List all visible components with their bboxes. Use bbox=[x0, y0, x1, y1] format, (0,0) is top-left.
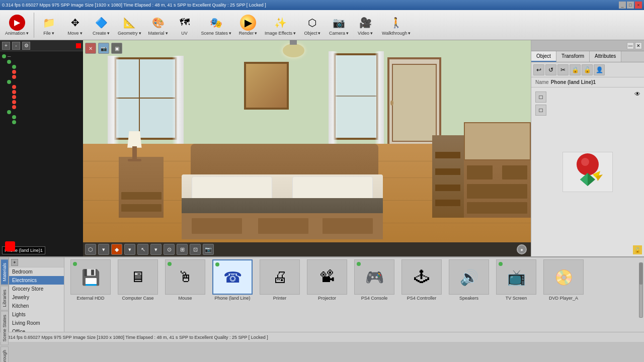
tree-item[interactable] bbox=[12, 105, 81, 110]
asset-ps4-controller[interactable]: PS4 Controller bbox=[399, 259, 444, 301]
right-panel-close-btn[interactable]: ✕ bbox=[635, 42, 642, 49]
toolbar-create[interactable]: 🔷 Create ▾ bbox=[89, 14, 114, 37]
tab-walkthrough[interactable]: Walkthrough bbox=[1, 346, 9, 362]
tree-item[interactable] bbox=[12, 69, 81, 74]
rp-lock-btn[interactable]: 🔒 bbox=[570, 64, 581, 75]
toolbar-object[interactable]: ⬡ Object ▾ bbox=[300, 14, 325, 37]
vp-shape-dropdown[interactable]: ▾ bbox=[98, 244, 109, 255]
scene-states-label: Scene States ▾ bbox=[201, 31, 232, 36]
prev-icon-2[interactable]: □ bbox=[535, 105, 546, 116]
tree-node-dot bbox=[12, 75, 16, 79]
tree-item[interactable] bbox=[7, 79, 81, 84]
tree-item[interactable] bbox=[12, 84, 81, 89]
maximize-btn[interactable]: □ bbox=[627, 2, 634, 9]
geometry-label: Geometry ▾ bbox=[118, 31, 141, 36]
asset-label-ps4-console: PS4 Console bbox=[361, 296, 388, 301]
prev-icon-1[interactable]: □ bbox=[535, 92, 546, 103]
asset-mouse[interactable]: Mouse bbox=[163, 259, 207, 301]
vp-snap-btn[interactable]: ⊞ bbox=[177, 244, 188, 255]
category-jewelry[interactable]: Jewelry bbox=[9, 293, 64, 302]
tree-item[interactable] bbox=[7, 110, 81, 115]
tree-settings-btn[interactable]: ⚙ bbox=[22, 42, 30, 50]
toolbar-animation[interactable]: ▶ Animation ▾ bbox=[2, 14, 32, 37]
assets-scrollbar[interactable] bbox=[639, 262, 643, 318]
category-add-btn[interactable]: + bbox=[11, 259, 18, 266]
toolbar-walkthrough[interactable]: 🚶 Walkthrough ▾ bbox=[379, 14, 414, 37]
vp-color-dropdown[interactable]: ▾ bbox=[124, 244, 135, 255]
assets-scroll-area[interactable]: External HDD Computer Case Mouse bbox=[64, 257, 644, 332]
tree-item[interactable] bbox=[12, 89, 81, 95]
tab-transform[interactable]: Transform bbox=[556, 51, 590, 62]
viewport-mode-btn[interactable]: ▣ bbox=[111, 43, 122, 54]
image-effects-icon: ✨ bbox=[272, 15, 288, 31]
tab-attributes[interactable]: Attributes bbox=[590, 51, 621, 62]
close-btn[interactable]: × bbox=[635, 2, 642, 9]
asset-dvd-player[interactable]: DVD Player_A bbox=[541, 259, 586, 301]
category-living-room[interactable]: Living Room bbox=[9, 319, 64, 327]
name-value: Phone (land Line)1 bbox=[551, 79, 596, 85]
asset-computer-case[interactable]: Computer Case bbox=[116, 259, 160, 301]
toolbar-uv[interactable]: 🗺 UV bbox=[172, 14, 197, 37]
tree-node-dot bbox=[12, 90, 16, 94]
tree-item[interactable] bbox=[7, 59, 81, 64]
toolbar-camera[interactable]: 📷 Camera ▾ bbox=[326, 14, 352, 37]
tab-libraries[interactable]: Libraries bbox=[1, 286, 9, 311]
tree-item[interactable] bbox=[12, 120, 81, 125]
toolbar-render[interactable]: ▶ Render ▾ bbox=[235, 14, 261, 37]
vp-select-btn[interactable]: ↖ bbox=[137, 244, 148, 255]
tree-item[interactable] bbox=[12, 74, 81, 79]
category-bedroom[interactable]: Bedroom bbox=[9, 267, 64, 276]
tab-materials[interactable]: Materials bbox=[1, 259, 9, 285]
rp-user-btn[interactable]: 👤 bbox=[594, 64, 605, 75]
tree-item[interactable] bbox=[12, 100, 81, 105]
category-grocery[interactable]: Grocery Store bbox=[9, 285, 64, 293]
asset-projector[interactable]: Projector bbox=[305, 259, 349, 301]
rp-undo-btn[interactable]: ↩ bbox=[533, 64, 544, 75]
rp-unlock-btn[interactable]: 🔓 bbox=[582, 64, 593, 75]
rp-cut-btn[interactable]: ✂ bbox=[557, 64, 569, 75]
vp-dots-btn[interactable]: ⊡ bbox=[190, 244, 201, 255]
asset-external-hdd[interactable]: External HDD bbox=[68, 259, 113, 301]
tree-item[interactable] bbox=[12, 95, 81, 100]
toolbar-geometry[interactable]: 📐 Geometry ▾ bbox=[115, 14, 144, 37]
bottom-area: Materials Libraries Scene States Walkthr… bbox=[0, 256, 644, 332]
vp-select-dropdown[interactable]: ▾ bbox=[150, 244, 162, 255]
toolbar-image-effects[interactable]: ✨ Image Effects ▾ bbox=[262, 14, 299, 37]
asset-phone-landline[interactable]: Phone (land Line) bbox=[210, 259, 255, 301]
tree-add-btn[interactable]: + bbox=[2, 42, 10, 50]
asset-printer[interactable]: Printer bbox=[258, 259, 302, 301]
toolbar-material[interactable]: 🎨 Material ▾ bbox=[145, 14, 171, 37]
rp-redo-btn[interactable]: ↺ bbox=[545, 64, 556, 75]
tree-remove-btn[interactable]: - bbox=[12, 42, 20, 50]
tree-item[interactable] bbox=[12, 115, 81, 120]
toolbar-file[interactable]: 📁 File ▾ bbox=[36, 14, 61, 37]
visibility-icon[interactable]: 👁 bbox=[633, 89, 642, 99]
asset-label-ps4-controller: PS4 Controller bbox=[407, 296, 437, 301]
asset-tv-screen[interactable]: TV Screen bbox=[494, 259, 538, 301]
toolbar-scene-states[interactable]: 🎭 Scene States ▾ bbox=[198, 14, 235, 37]
vp-color-btn[interactable]: ◆ bbox=[111, 244, 122, 255]
viewport-close-btn[interactable]: ✕ bbox=[85, 43, 96, 54]
category-lights[interactable]: Lights bbox=[9, 310, 64, 319]
tab-scene-states[interactable]: Scene States bbox=[1, 311, 9, 345]
vp-render-btn[interactable]: 📷 bbox=[203, 244, 214, 255]
vp-grid-btn[interactable]: ⊙ bbox=[164, 244, 175, 255]
vp-shape-btn[interactable]: ⬡ bbox=[85, 244, 96, 255]
status-text: 0.314 fps 0.65027 Mpps 975 SPP Image Siz… bbox=[4, 335, 268, 340]
tree-item[interactable] bbox=[12, 64, 81, 69]
toolbar-video[interactable]: 🎥 Video ▾ bbox=[353, 14, 378, 37]
asset-ps4-console[interactable]: PS4 Console bbox=[352, 259, 396, 301]
material-label: Material ▾ bbox=[148, 31, 168, 36]
window-controls[interactable]: _ □ × bbox=[619, 2, 642, 9]
category-office[interactable]: Office bbox=[9, 327, 64, 332]
tree-item[interactable]: ─ bbox=[2, 53, 81, 59]
toolbar-move[interactable]: ✥ Move ▾ bbox=[62, 14, 88, 37]
minimize-btn[interactable]: _ bbox=[619, 2, 626, 9]
right-panel-collapse-btn[interactable]: — bbox=[627, 42, 634, 49]
asset-speakers[interactable]: Speakers bbox=[447, 259, 491, 301]
tab-object[interactable]: Object bbox=[531, 51, 556, 62]
category-electronics[interactable]: Electronics bbox=[9, 276, 64, 285]
viewport-camera-btn[interactable]: 📷 bbox=[98, 43, 109, 54]
category-kitchen[interactable]: Kitchen bbox=[9, 302, 64, 310]
lock-status-icon[interactable]: 🔓 bbox=[633, 245, 642, 254]
